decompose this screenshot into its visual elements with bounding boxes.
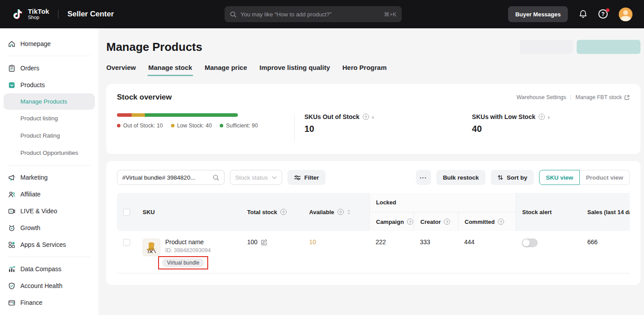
help-button[interactable]: ? — [598, 9, 608, 19]
filter-button[interactable]: Filter — [287, 170, 326, 185]
stat-value[interactable]: 10 — [304, 124, 462, 134]
column-total-stock[interactable]: Total stock ? — [241, 193, 303, 231]
stock-status-select[interactable]: Stock status — [230, 170, 282, 185]
tab-improve-listing-quality[interactable]: Improve listing quality — [260, 64, 330, 76]
column-sort-icon[interactable] — [347, 209, 351, 215]
sidebar-label: Account Health — [20, 282, 62, 289]
help-tooltip-icon[interactable]: ? — [539, 114, 545, 120]
filter-icon — [294, 175, 301, 181]
legend-dot-yellow — [171, 124, 175, 127]
buyer-messages-button[interactable]: Buyer Messages — [508, 6, 568, 22]
more-actions-button[interactable]: ··· — [416, 170, 431, 185]
annotation-red-box: Virtual bundle — [158, 256, 208, 269]
sort-arrows-icon — [497, 174, 503, 181]
stock-status-placeholder: Stock status — [235, 174, 268, 181]
row-checkbox[interactable] — [123, 239, 130, 246]
stock-overview-title: Stock overview — [117, 93, 172, 102]
sidebar-divider — [8, 257, 90, 257]
stock-alert-toggle[interactable] — [522, 238, 538, 247]
column-available[interactable]: Available ? — [303, 193, 369, 231]
logo-title: TikTok — [28, 8, 49, 15]
help-tooltip-icon[interactable]: ? — [498, 219, 504, 225]
sort-by-button[interactable]: Sort by — [491, 170, 534, 185]
sku-search-box[interactable] — [117, 170, 225, 185]
warehouse-settings-link[interactable]: Warehouse Settings — [516, 94, 566, 100]
column-group-locked: Locked — [369, 193, 516, 212]
help-tooltip-icon[interactable]: ? — [363, 114, 369, 120]
product-view-button[interactable]: Product view — [580, 170, 630, 185]
toggle-knob — [523, 239, 530, 246]
select-all-checkbox[interactable] — [123, 209, 130, 216]
sidebar-item-live-video[interactable]: LIVE & Video — [0, 203, 98, 219]
sidebar-item-data-compass[interactable]: Data Compass — [0, 261, 98, 277]
sidebar-item-apps-services[interactable]: Apps & Services — [0, 236, 98, 253]
help-tooltip-icon[interactable]: ? — [280, 209, 287, 215]
sidebar-item-products[interactable]: Products — [0, 77, 98, 93]
placeholder-button-teal[interactable] — [577, 40, 640, 54]
sidebar-item-growth[interactable]: Growth — [0, 219, 98, 236]
campaign-value: 222 — [376, 238, 386, 246]
app-name: Seller Center — [67, 10, 114, 19]
home-icon — [8, 40, 16, 48]
column-creator[interactable]: Creator ? — [414, 212, 458, 231]
sidebar-divider — [8, 165, 90, 165]
product-name[interactable]: Product name — [165, 238, 211, 246]
column-campaign[interactable]: Campaign ? — [369, 212, 414, 231]
manage-fbt-label: Manage FBT stock — [575, 94, 622, 100]
sidebar-item-marketing[interactable]: Marketing — [0, 169, 98, 186]
sku-search-input[interactable] — [122, 174, 209, 181]
links-divider — [570, 95, 571, 100]
table-toolbar: Stock status Filter ·· — [117, 170, 630, 185]
column-committed[interactable]: Committed ? — [458, 212, 516, 231]
help-tooltip-icon[interactable]: ? — [338, 209, 344, 215]
filter-label: Filter — [304, 174, 319, 181]
sku-view-button[interactable]: SKU view — [539, 170, 580, 185]
products-icon — [8, 81, 16, 89]
sidebar-item-homepage[interactable]: Homepage — [0, 35, 98, 52]
global-search[interactable]: ⌘+K — [225, 6, 402, 22]
column-stock-alert[interactable]: Stock alert — [516, 193, 581, 231]
column-sku[interactable]: SKU — [136, 193, 241, 231]
notification-bell-icon[interactable] — [578, 9, 588, 19]
sidebar-item-account-health[interactable]: Account Health — [0, 277, 98, 294]
sidebar-item-finance[interactable]: Finance — [0, 294, 98, 311]
help-tooltip-icon[interactable]: ? — [444, 219, 450, 225]
page-title: Manage Products — [106, 40, 202, 54]
tab-manage-price[interactable]: Manage price — [205, 64, 247, 76]
manage-fbt-stock-link[interactable]: Manage FBT stock — [575, 94, 630, 100]
stock-overview-card: Stock overview Warehouse Settings Manage… — [106, 84, 640, 154]
legend-label: Sufficient: 90 — [226, 123, 258, 129]
growth-icon — [8, 224, 16, 232]
help-notification-dot — [606, 8, 609, 12]
sidebar-item-orders[interactable]: Orders — [0, 60, 98, 77]
bar-sufficient — [145, 113, 238, 117]
sidebar-divider — [8, 56, 90, 56]
stat-value[interactable]: 40 — [472, 124, 630, 134]
avatar[interactable] — [619, 8, 632, 21]
main-content: Manage Products Overview Manage stock Ma… — [98, 28, 644, 315]
sidebar-item-product-opportunities[interactable]: Product Opportunities — [0, 144, 98, 161]
sidebar-item-affiliate[interactable]: Affiliate — [0, 186, 98, 203]
tab-manage-stock[interactable]: Manage stock — [148, 64, 192, 76]
sidebar-item-product-listing[interactable]: Product listing — [0, 110, 98, 127]
bulk-restock-button[interactable]: Bulk restock — [436, 170, 485, 185]
global-search-input[interactable] — [241, 11, 380, 18]
edit-icon[interactable] — [261, 239, 268, 246]
chevron-down-icon — [272, 176, 277, 179]
stock-legend: Out of Stock: 10 Low Stock: 40 Sufficien… — [117, 123, 294, 129]
help-tooltip-icon[interactable]: ? — [407, 219, 413, 225]
tab-overview[interactable]: Overview — [106, 64, 136, 76]
column-sales[interactable]: Sales (last 14 days) — [581, 193, 630, 231]
product-thumbnail[interactable] — [143, 238, 160, 256]
legend-label: Out of Stock: 10 — [123, 123, 163, 129]
tiktok-shop-logo[interactable]: TikTok Shop — [12, 8, 49, 20]
chevron-right-icon[interactable]: › — [548, 114, 550, 120]
bar-low-stock — [132, 113, 145, 117]
sidebar-item-manage-products[interactable]: Manage Products — [4, 93, 95, 110]
tab-hero-program[interactable]: Hero Program — [342, 64, 387, 76]
product-id: ID: 398482093094 — [165, 247, 211, 254]
sidebar-item-product-rating[interactable]: Product Rating — [0, 127, 98, 144]
placeholder-button-gray[interactable] — [520, 40, 573, 54]
chevron-right-icon[interactable]: › — [372, 114, 374, 120]
column-label: Committed — [465, 219, 495, 225]
